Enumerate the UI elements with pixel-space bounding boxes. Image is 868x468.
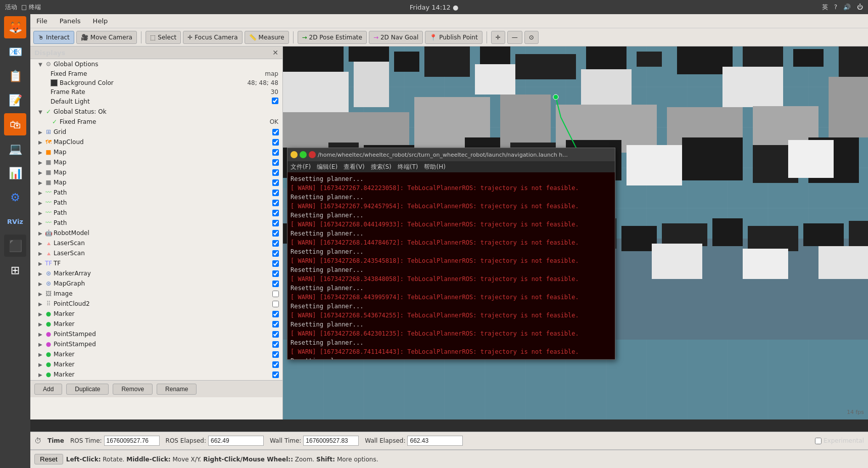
select-button[interactable]: ⬚ Select bbox=[146, 31, 181, 44]
pointcloud-checkbox[interactable] bbox=[272, 301, 279, 307]
map-1-row[interactable]: ▶ ■ Map bbox=[30, 147, 282, 157]
sidebar-terminal[interactable]: ⬛ bbox=[4, 235, 26, 257]
terminal-menu-search[interactable]: 搜索(S) bbox=[371, 163, 392, 171]
global-status-row[interactable]: ▼ ✓ Global Status: Ok bbox=[30, 107, 282, 117]
frame-rate-value[interactable]: 30 bbox=[271, 88, 280, 96]
path-1-row[interactable]: ▶ 〰 Path bbox=[30, 188, 282, 198]
laserscan-1-checkbox[interactable] bbox=[272, 240, 279, 247]
power-icon[interactable]: ⏻ bbox=[857, 4, 863, 11]
menu-panels[interactable]: Panels bbox=[58, 16, 83, 26]
laserscan-2-row[interactable]: ▶ ⟁ LaserScan bbox=[30, 248, 282, 258]
image-row[interactable]: ▶ 🖼 Image bbox=[30, 289, 282, 299]
path-3-row[interactable]: ▶ 〰 Path bbox=[30, 208, 282, 218]
menu-file[interactable]: File bbox=[34, 16, 50, 26]
terminal-label[interactable]: □ 终端 bbox=[21, 3, 41, 12]
fixed-frame-value[interactable]: map bbox=[265, 70, 280, 77]
sidebar-settings[interactable]: ⚙ bbox=[4, 186, 26, 208]
panel-close-button[interactable]: ✕ bbox=[272, 49, 278, 57]
sidebar-software[interactable]: 🛍 bbox=[4, 113, 26, 135]
robotmodel-row[interactable]: ▶ 🤖 RobotModel bbox=[30, 228, 282, 238]
pointstamped-1-checkbox[interactable] bbox=[272, 331, 279, 338]
map-3-row[interactable]: ▶ ■ Map bbox=[30, 167, 282, 177]
viewport[interactable]: /home/wheeltec/wheeltec_robot/src/turn_o… bbox=[283, 46, 868, 419]
pose-estimate-button[interactable]: → 2D Pose Estimate bbox=[298, 31, 367, 44]
marker-5-row[interactable]: ▶ ● Marker bbox=[30, 369, 282, 380]
volume-icon[interactable]: 🔊 bbox=[843, 4, 851, 11]
image-checkbox[interactable] bbox=[272, 291, 279, 297]
laserscan-2-checkbox[interactable] bbox=[272, 250, 279, 257]
terminal-menu-view[interactable]: 查看(V) bbox=[344, 163, 365, 171]
mapgraph-row[interactable]: ▶ ⊛ MapGraph bbox=[30, 278, 282, 289]
path-3-checkbox[interactable] bbox=[272, 210, 279, 216]
terminal-maximize-button[interactable] bbox=[300, 151, 307, 158]
interact-button[interactable]: 🖱 Interact bbox=[33, 31, 74, 44]
reset-button[interactable]: Reset bbox=[34, 454, 63, 464]
zoom-in-button[interactable]: ✛ bbox=[491, 31, 505, 44]
help-icon[interactable]: ? bbox=[834, 4, 837, 11]
map-2-checkbox[interactable] bbox=[272, 159, 279, 166]
remove-button[interactable]: Remove bbox=[113, 384, 153, 395]
markerarray-checkbox[interactable] bbox=[272, 270, 279, 277]
sidebar-email[interactable]: 📧 bbox=[4, 40, 26, 63]
publish-point-button[interactable]: 📍 Publish Point bbox=[425, 31, 482, 44]
pointstamped-1-row[interactable]: ▶ ● PointStamped bbox=[30, 329, 282, 339]
map-2-row[interactable]: ▶ ■ Map bbox=[30, 157, 282, 167]
marker-4-checkbox[interactable] bbox=[272, 361, 279, 368]
focus-camera-button[interactable]: ✛ Focus Camera bbox=[183, 31, 242, 44]
tf-row[interactable]: ▶ TF TF bbox=[30, 258, 282, 268]
map-1-checkbox[interactable] bbox=[272, 149, 279, 156]
mapgraph-checkbox[interactable] bbox=[272, 280, 279, 287]
grid-checkbox[interactable] bbox=[272, 129, 279, 135]
wall-time-input[interactable] bbox=[303, 436, 359, 446]
menu-help[interactable]: Help bbox=[91, 16, 110, 26]
ros-elapsed-input[interactable] bbox=[208, 436, 264, 446]
experimental-checkbox-input[interactable] bbox=[815, 438, 822, 444]
wall-elapsed-input[interactable] bbox=[407, 436, 463, 446]
activities-label[interactable]: 活动 bbox=[5, 3, 17, 12]
path-2-checkbox[interactable] bbox=[272, 200, 279, 206]
sidebar-calc[interactable]: 📊 bbox=[4, 162, 26, 184]
sidebar-rviz[interactable]: RViz bbox=[4, 210, 26, 232]
marker-5-checkbox[interactable] bbox=[272, 371, 279, 378]
path-4-checkbox[interactable] bbox=[272, 220, 279, 226]
sidebar-firefox[interactable]: 🦊 bbox=[4, 16, 26, 38]
terminal-menu-terminal[interactable]: 终端(T) bbox=[398, 163, 418, 171]
sidebar-vscode[interactable]: 💻 bbox=[4, 137, 26, 160]
global-options-row[interactable]: ▼ ⚙ Global Options bbox=[30, 59, 282, 69]
marker-4-row[interactable]: ▶ ● Marker bbox=[30, 359, 282, 369]
pointstamped-2-checkbox[interactable] bbox=[272, 341, 279, 348]
nav-goal-button[interactable]: → 2D Nav Goal bbox=[369, 31, 423, 44]
path-2-row[interactable]: ▶ 〰 Path bbox=[30, 198, 282, 208]
marker-1-checkbox[interactable] bbox=[272, 311, 279, 317]
bg-color-value[interactable]: 48; 48; 48 bbox=[247, 79, 280, 86]
terminal-window[interactable]: /home/wheeltec/wheeltec_robot/src/turn_o… bbox=[287, 148, 615, 360]
sidebar-text[interactable]: 📝 bbox=[4, 89, 26, 111]
path-4-row[interactable]: ▶ 〰 Path bbox=[30, 218, 282, 228]
zoom-out-button[interactable]: — bbox=[507, 31, 522, 44]
tf-checkbox[interactable] bbox=[272, 260, 279, 267]
grid-row[interactable]: ▶ ⊞ Grid bbox=[30, 127, 282, 137]
measure-button[interactable]: 📏 Measure bbox=[245, 31, 289, 44]
marker-1-row[interactable]: ▶ ● Marker bbox=[30, 309, 282, 319]
terminal-minimize-button[interactable] bbox=[291, 151, 298, 158]
robotmodel-checkbox[interactable] bbox=[272, 230, 279, 237]
rename-button[interactable]: Rename bbox=[157, 384, 197, 395]
lang-indicator[interactable]: 英 bbox=[822, 3, 828, 12]
global-status-expand[interactable]: ▼ bbox=[38, 109, 44, 115]
add-button[interactable]: Add bbox=[34, 384, 62, 395]
map-4-row[interactable]: ▶ ■ Map bbox=[30, 177, 282, 188]
marker-2-row[interactable]: ▶ ● Marker bbox=[30, 319, 282, 329]
sidebar-files[interactable]: 📋 bbox=[4, 65, 26, 87]
terminal-menu-help[interactable]: 帮助(H) bbox=[424, 163, 445, 171]
terminal-menu-edit[interactable]: 编辑(E) bbox=[317, 163, 337, 171]
mapcloud-row[interactable]: ▶ 🗺 MapCloud bbox=[30, 137, 282, 147]
default-light-checkbox[interactable] bbox=[272, 98, 278, 104]
move-camera-button[interactable]: 🎥 Move Camera bbox=[76, 31, 137, 44]
ros-time-input[interactable] bbox=[104, 436, 160, 446]
pointstamped-2-row[interactable]: ▶ ● PointStamped bbox=[30, 339, 282, 349]
path-1-checkbox[interactable] bbox=[272, 190, 279, 196]
marker-2-checkbox[interactable] bbox=[272, 321, 279, 327]
marker-3-row[interactable]: ▶ ● Marker bbox=[30, 349, 282, 359]
markerarray-row[interactable]: ▶ ⊛ MarkerArray bbox=[30, 268, 282, 278]
terminal-close-button[interactable] bbox=[309, 151, 316, 158]
